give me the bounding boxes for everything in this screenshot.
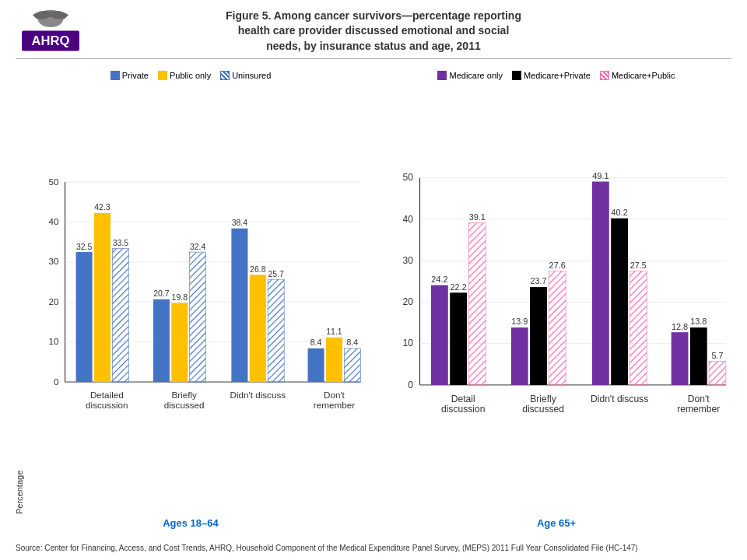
svg-text:27.6: 27.6 — [549, 261, 566, 270]
bar — [611, 219, 628, 385]
svg-text:26.8: 26.8 — [250, 264, 266, 274]
title-area: Figure 5. Among cancer survivors—percent… — [101, 9, 646, 54]
legend-uninsured-label: Uninsured — [232, 71, 271, 80]
svg-text:40: 40 — [403, 214, 414, 225]
legend-medicare-private: Medicare+Private — [512, 71, 591, 80]
bar — [94, 213, 110, 382]
left-chart-inner: 0 10 20 30 40 50 — [24, 86, 370, 514]
svg-text:Briefly: Briefly — [171, 390, 197, 400]
svg-text:32.4: 32.4 — [190, 242, 206, 251]
svg-text:30: 30 — [48, 256, 58, 266]
logo-area: AHRQ — [16, 8, 101, 54]
bar — [268, 279, 284, 382]
legend-medicare-public-label: Medicare+Public — [612, 71, 675, 80]
svg-text:0: 0 — [408, 380, 413, 390]
svg-text:11.1: 11.1 — [326, 327, 342, 336]
svg-text:20: 20 — [48, 296, 58, 306]
legend-medicare-private-label: Medicare+Private — [524, 71, 591, 80]
svg-text:12.8: 12.8 — [672, 322, 688, 331]
left-y-axis-label: Percentage — [12, 86, 24, 514]
legend-public: Public only — [158, 71, 211, 80]
medicare-private-swatch — [512, 71, 521, 80]
svg-text:10: 10 — [48, 336, 58, 346]
svg-text:discussion: discussion — [441, 404, 485, 415]
public-swatch — [158, 71, 167, 80]
svg-text:33.5: 33.5 — [113, 238, 129, 247]
right-chart-svg: 0 10 20 30 40 50 — [377, 86, 735, 514]
bar — [672, 332, 689, 385]
legend-private-label: Private — [122, 71, 149, 80]
svg-text:24.2: 24.2 — [431, 275, 447, 284]
svg-text:8.4: 8.4 — [346, 338, 358, 347]
legend-medicare-public: Medicare+Public — [600, 71, 675, 80]
svg-text:8.4: 8.4 — [310, 338, 322, 347]
svg-text:Detail: Detail — [451, 394, 475, 404]
bar — [530, 287, 547, 385]
page: AHRQ Figure 5. Among cancer survivors—pe… — [0, 0, 747, 560]
svg-text:39.1: 39.1 — [469, 212, 486, 222]
svg-text:38.4: 38.4 — [232, 218, 248, 227]
bar — [690, 327, 707, 385]
svg-text:AHRQ: AHRQ — [32, 33, 70, 48]
svg-text:25.7: 25.7 — [268, 269, 284, 278]
bar — [308, 348, 324, 382]
bar — [153, 299, 170, 382]
svg-text:10: 10 — [403, 338, 414, 348]
left-chart-panel: Private Public only Uninsured Percentage — [8, 67, 374, 537]
right-chart-area: 0 10 20 30 40 50 — [377, 86, 735, 514]
svg-text:discussed: discussed — [522, 404, 564, 415]
svg-text:13.8: 13.8 — [690, 317, 707, 326]
legend-uninsured: Uninsured — [220, 71, 271, 80]
svg-text:remember: remember — [677, 404, 720, 415]
left-chart-subtitle: Ages 18–64 — [12, 514, 370, 534]
svg-text:Detailed: Detailed — [90, 390, 124, 400]
legend-medicare-only: Medicare only — [437, 71, 502, 80]
bar — [326, 338, 342, 382]
svg-text:remember: remember — [314, 400, 355, 410]
bar — [190, 252, 206, 382]
svg-text:20.7: 20.7 — [153, 289, 170, 298]
svg-text:50: 50 — [48, 177, 58, 187]
svg-text:0: 0 — [54, 376, 59, 387]
svg-text:49.1: 49.1 — [592, 171, 608, 180]
bar — [468, 223, 486, 385]
left-chart-svg: 0 10 20 30 40 50 — [24, 86, 370, 514]
svg-text:32.5: 32.5 — [76, 242, 93, 251]
right-legend: Medicare only Medicare+Private Medicare+… — [377, 71, 735, 80]
svg-text:22.2: 22.2 — [451, 282, 467, 292]
bar — [344, 348, 360, 382]
bar — [630, 271, 647, 384]
left-legend: Private Public only Uninsured — [12, 71, 370, 80]
bar — [231, 229, 247, 382]
svg-text:Didn't discuss: Didn't discuss — [591, 394, 648, 404]
svg-text:Don't: Don't — [324, 390, 345, 400]
legend-medicare-only-label: Medicare only — [449, 71, 502, 80]
svg-text:42.3: 42.3 — [94, 202, 110, 212]
bar — [592, 181, 609, 384]
bar — [112, 248, 128, 382]
right-chart-inner: 0 10 20 30 40 50 — [377, 86, 735, 514]
bar — [549, 271, 566, 384]
bar — [450, 292, 467, 385]
header: AHRQ Figure 5. Among cancer survivors—pe… — [0, 0, 747, 58]
footer: Source: Center for Financing, Access, an… — [0, 537, 747, 560]
left-chart-area: Percentage 0 — [12, 86, 370, 514]
svg-text:discussed: discussed — [164, 400, 205, 410]
medicare-only-swatch — [437, 71, 447, 80]
svg-text:13.9: 13.9 — [511, 317, 528, 326]
bar — [709, 362, 726, 385]
svg-text:Briefly: Briefly — [530, 394, 557, 404]
svg-text:40.2: 40.2 — [612, 208, 628, 217]
chart-title: Figure 5. Among cancer survivors—percent… — [101, 9, 646, 54]
charts-container: Private Public only Uninsured Percentage — [0, 59, 747, 537]
svg-text:23.7: 23.7 — [530, 276, 546, 285]
svg-text:20: 20 — [403, 296, 414, 307]
svg-text:Didn't discuss: Didn't discuss — [230, 390, 286, 400]
svg-text:50: 50 — [403, 172, 414, 183]
legend-private: Private — [110, 71, 149, 80]
svg-text:40: 40 — [48, 216, 58, 226]
bar — [511, 327, 528, 385]
svg-text:5.7: 5.7 — [711, 351, 723, 360]
uninsured-swatch — [220, 71, 230, 80]
svg-text:19.8: 19.8 — [172, 292, 188, 302]
